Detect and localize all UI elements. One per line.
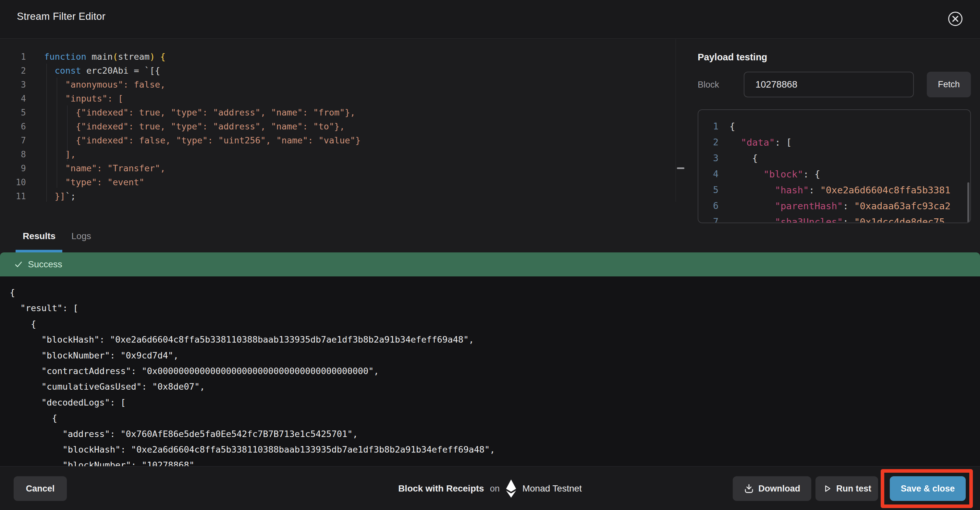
code-line: 2 "data": [ [698, 134, 970, 150]
code-line: 8 ], [0, 147, 676, 161]
close-icon [948, 23, 963, 28]
run-test-label: Run test [836, 484, 871, 494]
scrollbar-thumb[interactable] [967, 182, 969, 222]
code-line: 3 { [698, 150, 970, 166]
line-number: 10 [0, 178, 26, 187]
line-number: 1 [0, 52, 26, 62]
cancel-button[interactable]: Cancel [14, 476, 67, 501]
tab-results[interactable]: Results [23, 231, 56, 241]
line-number: 6 [0, 122, 26, 131]
code-line: 1{ [698, 118, 970, 134]
code-line: 4 "inputs": [ [0, 92, 676, 105]
line-number: 2 [698, 137, 718, 148]
code-line: 9 "name": "Transfer", [0, 161, 676, 175]
download-label: Download [758, 484, 800, 494]
status-label: Success [28, 259, 62, 270]
line-number: 5 [698, 184, 718, 195]
editor-scrollbar-track [676, 39, 676, 202]
line-number: 9 [0, 164, 26, 173]
code-line: 2 const erc20Abi = `[{ [0, 64, 676, 78]
payload-preview[interactable]: 1{2 "data": [3 {4 "block": {5 "hash": "0… [698, 109, 971, 223]
results-json: { "result": [ { "blockHash": "0xe2a6d660… [0, 276, 980, 466]
code-line: 11 }]`; [0, 189, 676, 203]
line-number: 7 [0, 136, 26, 145]
indent-guide [57, 78, 57, 188]
active-tab-indicator [16, 250, 62, 253]
code-line: 7 "sha3Uncles": "0x1dcc4de8dec75 [698, 214, 970, 223]
line-number: 7 [698, 216, 718, 223]
results-panel[interactable]: { "result": [ { "blockHash": "0xe2a6d660… [0, 276, 980, 466]
save-close-button[interactable]: Save & close [890, 476, 966, 501]
download-icon [744, 483, 754, 494]
line-number: 4 [698, 169, 718, 180]
line-number: 3 [0, 80, 26, 89]
stream-filter-editor-modal: Stream Filter Editor 1function main(stre… [0, 0, 980, 510]
run-test-button[interactable]: Run test [816, 476, 878, 501]
line-number: 3 [698, 153, 718, 164]
play-icon [822, 484, 832, 493]
line-number: 2 [0, 66, 26, 76]
line-number: 4 [0, 94, 26, 103]
block-label: Block [698, 80, 719, 90]
fetch-button[interactable]: Fetch [927, 72, 971, 97]
filter-code-editor[interactable]: 1function main(stream) {2 const erc20Abi… [0, 39, 676, 202]
editor-scrollbar-indicator[interactable] [677, 167, 684, 169]
line-number: 8 [0, 149, 26, 159]
code-line: 5 {"indexed": true, "type": "address", "… [0, 105, 676, 119]
page-title: Stream Filter Editor [17, 11, 105, 22]
modal-header: Stream Filter Editor [0, 0, 980, 39]
payload-testing-heading: Payload testing [698, 52, 767, 63]
line-number: 1 [698, 121, 718, 132]
check-icon [14, 259, 23, 269]
tab-logs[interactable]: Logs [72, 231, 91, 241]
download-button[interactable]: Download [733, 476, 811, 501]
line-number: 11 [0, 191, 26, 201]
line-number: 5 [0, 108, 26, 118]
code-line: 7 {"indexed": false, "type": "uint256", … [0, 133, 676, 147]
indent-guide [46, 64, 47, 202]
code-line: 4 "block": { [698, 166, 970, 182]
code-line: 1function main(stream) { [0, 50, 676, 64]
code-line: 5 "hash": "0xe2a6d6604c8ffa5b3381 [698, 182, 970, 198]
block-input[interactable] [744, 72, 914, 97]
code-line: 3 "anonymous": false, [0, 78, 676, 92]
code-line: 6 {"indexed": true, "type": "address", "… [0, 119, 676, 133]
close-button[interactable] [948, 11, 963, 27]
code-line: 10 "type": "event" [0, 175, 676, 189]
line-number: 6 [698, 200, 718, 211]
code-line: 6 "parentHash": "0xadaa63afc93ca2 [698, 198, 970, 214]
status-banner: Success [0, 253, 980, 276]
